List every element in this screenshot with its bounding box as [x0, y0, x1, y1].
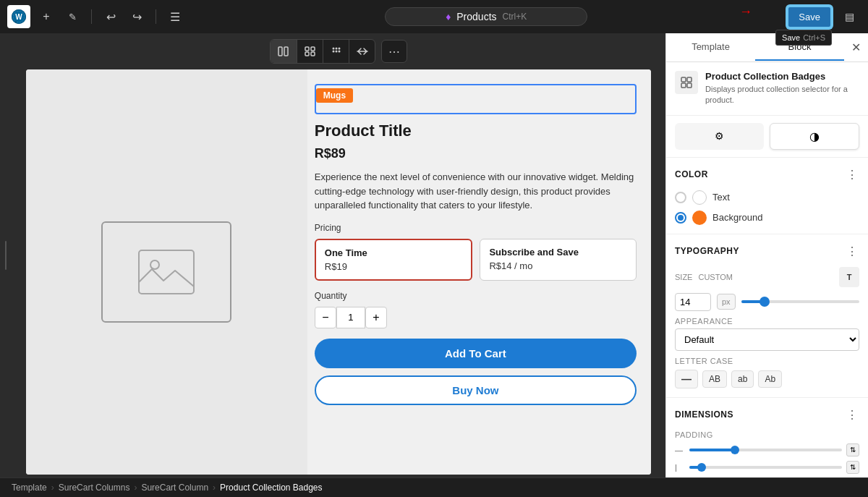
- add-to-cart-button[interactable]: Add To Cart: [315, 339, 637, 368]
- text-color-swatch[interactable]: [692, 190, 707, 205]
- breadcrumb-template[interactable]: Template: [12, 483, 47, 493]
- case-uppercase-btn[interactable]: AB: [702, 370, 727, 388]
- svg-point-12: [338, 48, 340, 50]
- half-circle-icon: ◑: [809, 129, 820, 143]
- block-name: Product Collection Badges: [705, 71, 859, 82]
- save-btn-wrapper: Save Save Ctrl+S: [787, 6, 832, 28]
- sidebar-toggle-button[interactable]: ▤: [838, 5, 861, 28]
- block-description: Displays product collection selector for…: [705, 84, 859, 106]
- padding-adjust-1[interactable]: ⇅: [846, 443, 859, 456]
- product-image-placeholder: [101, 221, 231, 323]
- padding-val-2: |: [675, 463, 685, 472]
- badge-wrapper: Mugs: [315, 84, 637, 114]
- grid-layout-btn[interactable]: [297, 40, 323, 63]
- dimensions-section: Dimensions ⋮ PADDING — ⇅ | ⇅: [666, 398, 868, 477]
- font-size-slider[interactable]: [741, 300, 859, 303]
- panel-close-button[interactable]: ✕: [844, 33, 868, 61]
- font-size-icon[interactable]: T: [839, 267, 859, 287]
- add-block-button[interactable]: +: [36, 7, 56, 27]
- color-more-button[interactable]: ⋮: [845, 166, 859, 183]
- svg-rect-7: [311, 47, 315, 51]
- handle-line: [5, 241, 7, 270]
- color-section-title: Color: [675, 169, 708, 179]
- svg-point-14: [335, 51, 337, 53]
- toolbar-divider-2: [156, 9, 156, 24]
- letter-case-label: LETTER CASE: [675, 357, 859, 365]
- letter-case-options: — AB ab Ab: [675, 370, 859, 388]
- breadcrumb-surecart-column[interactable]: SureCart Column: [141, 483, 208, 493]
- canvas-more-btn[interactable]: ⋯: [381, 40, 407, 63]
- font-size-input[interactable]: [675, 293, 711, 311]
- product-title: Product Title: [315, 122, 637, 140]
- svg-rect-16: [139, 250, 194, 294]
- save-button[interactable]: Save: [787, 6, 832, 28]
- canvas-scroll[interactable]: Mugs Product Title R$89 Experience the n…: [12, 69, 665, 477]
- text-color-radio[interactable]: [675, 192, 686, 203]
- quantity-increase-button[interactable]: +: [365, 307, 387, 328]
- tooltip-save-label: Save: [782, 33, 800, 42]
- page-title: Products: [456, 11, 496, 22]
- list-view-button[interactable]: ☰: [165, 7, 185, 27]
- dimensions-more-button[interactable]: ⋮: [845, 407, 859, 423]
- undo-button[interactable]: ↩: [101, 7, 121, 27]
- breadcrumb-bar: Template › SureCart Columns › SureCart C…: [0, 477, 868, 497]
- breadcrumb-sep-1: ›: [51, 483, 54, 493]
- typography-more-button[interactable]: ⋮: [845, 243, 859, 260]
- one-time-label: One Time: [325, 247, 463, 258]
- buy-now-button[interactable]: Buy Now: [315, 375, 637, 405]
- pen-tool-button[interactable]: ✎: [62, 7, 82, 27]
- gear-icon: ⚙: [715, 130, 724, 142]
- title-bar: ♦ Products Ctrl+K: [191, 7, 781, 26]
- pricing-option-one-time[interactable]: One Time R$19: [315, 239, 473, 281]
- left-resize-handle[interactable]: [0, 33, 12, 477]
- subscribe-price: R$14 / mo: [489, 260, 627, 271]
- two-col-layout-btn[interactable]: [271, 40, 297, 63]
- svg-rect-19: [687, 77, 692, 82]
- padding-slider-1[interactable]: [689, 449, 842, 451]
- right-panel: Template Block ✕ Product Collection Badg…: [665, 33, 868, 477]
- size-unit: px: [717, 294, 736, 310]
- case-capitalize-btn[interactable]: Ab: [758, 370, 782, 388]
- arrows-btn[interactable]: [349, 40, 375, 63]
- pricing-option-subscribe[interactable]: Subscribe and Save R$14 / mo: [480, 239, 637, 281]
- quantity-decrease-button[interactable]: −: [315, 307, 336, 328]
- top-toolbar: W + ✎ ↩ ↪ ☰ ♦ Products Ctrl+K → Save Sav…: [0, 0, 868, 33]
- canvas-tool-group: [270, 39, 375, 64]
- quantity-label: Quantity: [315, 291, 637, 301]
- one-time-price: R$19: [325, 261, 463, 272]
- product-image-column: [26, 69, 307, 475]
- panel-tab-bar: Template Block ✕: [666, 33, 868, 62]
- appearance-style-tab[interactable]: ◑: [770, 123, 860, 150]
- padding-slider-2[interactable]: [689, 466, 842, 469]
- title-pill: ♦ Products Ctrl+K: [385, 7, 587, 26]
- background-color-swatch[interactable]: [692, 211, 707, 225]
- svg-point-10: [332, 48, 334, 50]
- dots-grid-btn[interactable]: [323, 40, 349, 63]
- color-options: Text Background: [675, 190, 859, 225]
- svg-point-15: [338, 51, 340, 53]
- subscribe-label: Subscribe and Save: [489, 247, 627, 258]
- padding-adjust-2[interactable]: ⇅: [846, 461, 859, 474]
- typography-section: Typography ⋮ SIZE CUSTOM T px: [666, 234, 868, 398]
- padding-row-2: | ⇅: [675, 461, 859, 474]
- color-text-row: Text: [675, 190, 859, 205]
- background-color-radio[interactable]: [675, 212, 686, 224]
- dimensions-title: Dimensions: [675, 409, 733, 420]
- quantity-control: − 1 +: [315, 307, 637, 328]
- color-section-header: Color ⋮: [675, 166, 859, 183]
- product-badge: Mugs: [316, 88, 353, 103]
- case-lowercase-btn[interactable]: ab: [731, 370, 754, 388]
- svg-rect-21: [687, 83, 692, 88]
- text-color-label: Text: [712, 192, 730, 203]
- appearance-select[interactable]: Default: [675, 328, 859, 351]
- size-custom-label: CUSTOM: [698, 273, 732, 281]
- canvas-toolbar: ⋯: [12, 33, 665, 69]
- letter-case-section: LETTER CASE — AB ab Ab: [675, 357, 859, 388]
- breadcrumb-surecart-columns[interactable]: SureCart Columns: [59, 483, 130, 493]
- product-canvas: Mugs Product Title R$89 Experience the n…: [26, 69, 651, 475]
- redo-button[interactable]: ↪: [127, 7, 147, 27]
- wp-logo[interactable]: W: [7, 5, 30, 28]
- tab-template[interactable]: Template: [666, 34, 755, 61]
- case-none-btn[interactable]: —: [675, 370, 698, 388]
- settings-style-tab[interactable]: ⚙: [675, 123, 764, 150]
